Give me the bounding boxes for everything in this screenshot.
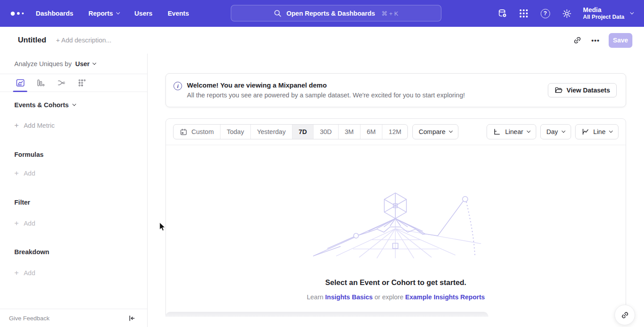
tab-metrics-icon[interactable]	[72, 74, 92, 92]
plus-icon: +	[14, 269, 19, 277]
example-reports-link[interactable]: Example Insights Reports	[405, 293, 485, 301]
bottom-panel-edge[interactable]	[165, 312, 488, 317]
primary-nav: Dashboards Reports Users Events	[36, 10, 189, 17]
report-header: Untitled + Add description... ••• Save	[0, 27, 644, 54]
calendar-icon	[180, 128, 187, 136]
report-main: i Welcome! You are viewing a Mixpanel de…	[148, 54, 644, 327]
folder-icon	[555, 86, 563, 94]
data-management-icon[interactable]	[497, 8, 508, 19]
section-filter: Filter	[14, 199, 133, 206]
chevron-down-icon	[449, 129, 453, 133]
report-description-placeholder[interactable]: + Add description...	[56, 37, 111, 44]
plus-icon: +	[14, 219, 19, 227]
apps-grid-icon[interactable]	[519, 8, 529, 19]
nav-item-users[interactable]: Users	[135, 10, 153, 17]
settings-gear-icon[interactable]	[562, 8, 572, 19]
view-datasets-button[interactable]: View Datasets	[548, 83, 617, 97]
insights-chart-card: Custom Today Yesterday 7D 30D 3M 6M 12M …	[165, 118, 626, 317]
empty-state: Select an Event or Cohort to get started…	[166, 190, 626, 301]
add-formula-button[interactable]: + Add	[14, 169, 133, 177]
save-button[interactable]: Save	[609, 33, 632, 48]
range-12m[interactable]: 12M	[382, 125, 407, 139]
help-icon[interactable]: ?	[540, 8, 551, 19]
chevron-down-icon	[609, 129, 613, 133]
chevron-down-icon	[116, 11, 119, 14]
range-30d[interactable]: 30D	[313, 125, 338, 139]
demo-banner: i Welcome! You are viewing a Mixpanel de…	[165, 73, 626, 107]
more-menu-button[interactable]: •••	[591, 37, 600, 44]
wireframe-illustration	[309, 190, 483, 260]
interval-selector[interactable]: Day	[540, 124, 571, 139]
analyze-label: Analyze Uniques by	[14, 60, 72, 67]
axis-icon	[493, 128, 501, 136]
query-builder-sidebar: Analyze Uniques by User Events & Cohorts	[0, 54, 148, 327]
nav-item-events[interactable]: Events	[168, 10, 189, 17]
insights-basics-link[interactable]: Insights Basics	[325, 293, 373, 301]
range-today[interactable]: Today	[220, 125, 250, 139]
chevron-down-icon	[561, 129, 565, 133]
chart-type-selector[interactable]: Line	[575, 124, 619, 139]
analyze-unit-selector[interactable]: User	[75, 60, 96, 67]
range-3m[interactable]: 3M	[338, 125, 360, 139]
banner-subtitle: All the reports you see are powered by a…	[187, 92, 465, 99]
add-filter-button[interactable]: + Add	[14, 219, 133, 227]
date-range-segmented-control: Custom Today Yesterday 7D 30D 3M 6M 12M	[173, 124, 408, 139]
global-search-input[interactable]: Open Reports & Dashboards ⌘ + K	[231, 5, 441, 21]
chart-type-tabs	[0, 74, 147, 92]
search-icon	[274, 9, 282, 17]
line-chart-icon	[581, 128, 589, 136]
mixpanel-logo-icon[interactable]	[11, 12, 29, 16]
scale-selector[interactable]: Linear	[487, 124, 536, 139]
copy-link-icon[interactable]	[572, 34, 583, 46]
search-placeholder: Open Reports & Dashboards	[286, 10, 375, 17]
give-feedback-link[interactable]: Give Feedback	[9, 315, 50, 322]
collapse-sidebar-icon[interactable]	[128, 314, 136, 322]
nav-item-dashboards[interactable]: Dashboards	[36, 10, 73, 17]
info-icon: i	[174, 82, 182, 90]
link-icon	[619, 309, 631, 321]
compare-button[interactable]: Compare	[412, 124, 458, 139]
plus-icon: +	[14, 169, 19, 177]
banner-title: Welcome! You are viewing a Mixpanel demo	[187, 81, 465, 89]
range-custom[interactable]: Custom	[174, 125, 220, 139]
sidebar-footer: Give Feedback	[0, 309, 147, 327]
tab-bar-chart-icon[interactable]	[30, 74, 51, 92]
nav-right: ? Media All Project Data	[497, 6, 633, 21]
chevron-down-icon	[93, 61, 96, 64]
share-link-fab[interactable]	[614, 305, 635, 325]
add-breakdown-button[interactable]: + Add	[14, 269, 133, 277]
chart-display-controls: Linear Day Line	[487, 124, 619, 139]
range-7d[interactable]: 7D	[292, 125, 314, 139]
project-selector[interactable]: Media All Project Data	[583, 6, 633, 21]
plus-icon: +	[14, 122, 19, 129]
analyze-row: Analyze Uniques by User	[0, 54, 147, 74]
chevron-down-icon	[72, 102, 76, 106]
add-metric-button[interactable]: + Add Metric	[14, 122, 133, 129]
chart-toolbar: Custom Today Yesterday 7D 30D 3M 6M 12M …	[166, 119, 626, 145]
section-events-cohorts[interactable]: Events & Cohorts	[14, 101, 133, 109]
chevron-down-icon	[527, 129, 530, 133]
tab-insights-line-icon[interactable]	[10, 74, 30, 92]
project-name: Media	[583, 6, 624, 14]
search-shortcut: ⌘ + K	[381, 10, 398, 17]
tab-flows-icon[interactable]	[51, 74, 72, 92]
report-title[interactable]: Untitled	[18, 36, 46, 45]
section-formulas: Formulas	[14, 151, 133, 158]
project-scope: All Project Data	[583, 14, 624, 21]
empty-state-title: Select an Event or Cohort to get started…	[166, 278, 626, 287]
top-nav: Dashboards Reports Users Events Open Rep…	[0, 0, 644, 27]
section-breakdown: Breakdown	[14, 248, 133, 256]
chevron-down-icon	[630, 11, 634, 14]
range-6m[interactable]: 6M	[360, 125, 382, 139]
range-yesterday[interactable]: Yesterday	[250, 125, 292, 139]
empty-state-links: Learn Insights Basics or explore Example…	[166, 293, 626, 301]
nav-item-reports[interactable]: Reports	[89, 10, 119, 17]
